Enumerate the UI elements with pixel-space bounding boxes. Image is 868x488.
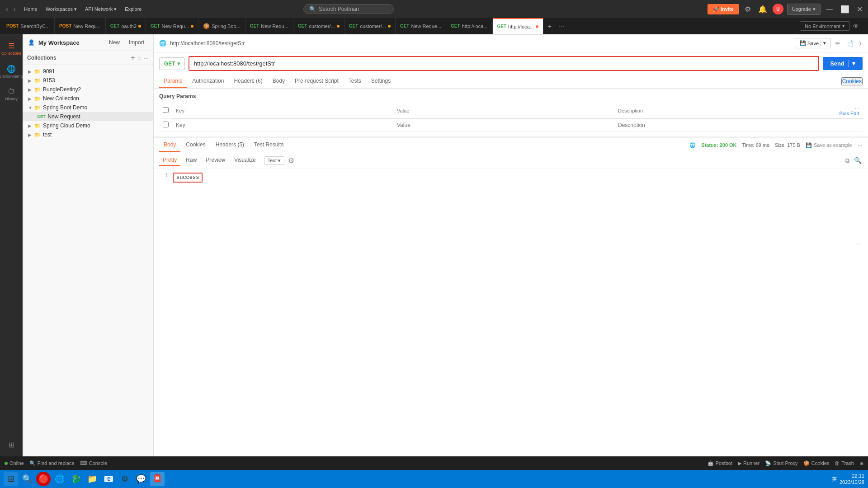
tab-post-newreq[interactable]: POST New Requ... (55, 18, 106, 34)
start-proxy-button[interactable]: 📡 Start Proxy (765, 460, 797, 466)
sidebar-nav-apps[interactable]: ⊞ (1, 437, 22, 453)
app-postman[interactable]: 📮 (150, 472, 165, 486)
save-dropdown-arrow[interactable]: ▾ (820, 40, 826, 46)
tab-get-customer2[interactable]: GET customer/... (344, 18, 396, 34)
tab-post-searchbyc[interactable]: POST SearchByC... (2, 18, 55, 34)
add-tab-button[interactable]: + (545, 22, 554, 31)
req-tab-settings[interactable]: Settings (367, 75, 395, 88)
app-2[interactable]: 🔴 (36, 472, 51, 486)
add-collection-button[interactable]: + (131, 54, 135, 62)
env-settings-button[interactable]: 👁 (850, 21, 862, 31)
req-tab-tests[interactable]: Tests (344, 75, 366, 88)
edit-button[interactable]: ✏ (834, 38, 842, 48)
save-button[interactable]: 💾 Save ▾ (795, 38, 831, 48)
save-example-button[interactable]: 💾 Save as example (806, 142, 852, 148)
body-tab-pretty[interactable]: Pretty (159, 155, 180, 166)
send-button[interactable]: Send ▾ (823, 57, 863, 70)
bulk-edit-button[interactable]: Bulk Edit (840, 111, 859, 116)
filter-collections-button[interactable]: ≡ (138, 55, 142, 61)
tab-get-springboot[interactable]: 🍪 Spring Boo... (198, 18, 245, 34)
req-tab-headers[interactable]: Headers (6) (229, 75, 267, 88)
send-dropdown-arrow[interactable]: ▾ (848, 60, 855, 67)
collection-item-test[interactable]: ▶ 📁 test (23, 130, 153, 139)
req-tab-body[interactable]: Body (268, 75, 289, 88)
response-tab-body[interactable]: Body (159, 138, 180, 152)
tab-get-oauth2[interactable]: GET oauth2 (106, 18, 146, 34)
app-1[interactable]: 🔍 (20, 472, 34, 486)
more-tabs-button[interactable]: ··· (556, 22, 567, 31)
sidebar-nav-history[interactable]: ⏱ History (1, 84, 22, 105)
cookies-link[interactable]: Cookies (841, 77, 863, 85)
docs-button[interactable]: 📄 (844, 38, 855, 48)
body-tab-raw[interactable]: Raw (182, 155, 200, 166)
no-environment-selector[interactable]: No Environment ▾ (800, 21, 850, 31)
home-button[interactable]: Home (20, 5, 41, 14)
response-tab-headers[interactable]: Headers (5) (211, 138, 249, 152)
search-button[interactable]: 🔍 (853, 156, 863, 165)
upgrade-button[interactable]: Upgrade ▾ (787, 4, 821, 15)
collection-item-springbootdemo[interactable]: ▼ 📁 Spring Boot Demo (23, 103, 153, 112)
req-tab-prerequest[interactable]: Pre-request Script (290, 75, 343, 88)
tab-get-newreq2[interactable]: GET New Requ... (245, 18, 293, 34)
format-options-button[interactable]: ⚙ (288, 156, 294, 165)
postbot-button[interactable]: 🤖 Postbot (708, 460, 732, 466)
app-8[interactable]: 💬 (134, 472, 148, 486)
app-7[interactable]: ⚙ (118, 472, 132, 486)
find-replace-button[interactable]: 🔍 Find and replace (29, 460, 75, 466)
response-tab-testresults[interactable]: Test Results (250, 138, 288, 152)
sidebar-nav-collections[interactable]: ☰ Collections (1, 38, 22, 59)
grid-button[interactable]: ⊞ (859, 460, 863, 466)
workspaces-button[interactable]: Workspaces ▾ (42, 5, 80, 14)
body-format-selector[interactable]: Text ▾ (264, 156, 284, 165)
new-button[interactable]: New (105, 38, 123, 47)
collection-item-newcollection[interactable]: ▶ 📁 New Collection (23, 94, 153, 103)
runner-button[interactable]: ▶ Runner (738, 460, 760, 466)
right-panel-button[interactable]: ⟩ (858, 38, 863, 48)
value-input[interactable] (397, 122, 611, 128)
app-6[interactable]: 📧 (101, 472, 116, 486)
console-button[interactable]: ⌨ Console (80, 460, 107, 466)
invite-button[interactable]: 🚀 Invite (708, 4, 739, 14)
settings-button[interactable]: ⚙ (743, 3, 753, 15)
tab-get-localhost2-active[interactable]: GET http://loca... (493, 18, 543, 34)
app-3[interactable]: 🌐 (52, 472, 67, 486)
import-button[interactable]: Import (125, 38, 148, 47)
explore-button[interactable]: Explore (121, 5, 145, 14)
app-5[interactable]: 📁 (85, 472, 99, 486)
key-input[interactable] (176, 122, 390, 128)
row-checkbox[interactable] (163, 122, 169, 127)
cookies-button[interactable]: 🍪 Cookies (803, 460, 830, 466)
body-tab-visualize[interactable]: Visualize (231, 155, 259, 166)
request-item-newrequest[interactable]: GET New Request (23, 112, 153, 121)
restore-button[interactable]: ⬜ (839, 3, 851, 15)
tab-get-newreq1[interactable]: GET New Requ... (146, 18, 198, 34)
online-status[interactable]: Online (5, 460, 24, 466)
description-input[interactable] (618, 122, 832, 128)
trash-button[interactable]: 🗑 Trash (835, 460, 854, 466)
response-tab-cookies[interactable]: Cookies (181, 138, 210, 152)
copy-button[interactable]: ⧉ (844, 156, 850, 165)
close-button[interactable]: ✕ (855, 3, 864, 15)
collection-item-9153[interactable]: ▶ 📁 9153 (23, 76, 153, 85)
sidebar-nav-environments[interactable]: 🌐 Environments (1, 61, 22, 82)
search-bar[interactable]: 🔍 Search Postman (303, 4, 394, 14)
url-input[interactable] (189, 56, 820, 71)
forward-button[interactable]: › (11, 5, 18, 14)
more-collections-button[interactable]: ··· (144, 55, 149, 61)
collection-item-bungiedestiny2[interactable]: ▶ 📁 BungieDestiny2 (23, 85, 153, 94)
minimize-button[interactable]: — (824, 3, 835, 15)
collection-item-9091[interactable]: ▶ 📁 9091 (23, 67, 153, 76)
notifications-button[interactable]: 🔔 (756, 3, 769, 15)
tab-get-newreq3[interactable]: GET New Reque... (396, 18, 446, 34)
req-tab-params[interactable]: Params (159, 75, 187, 88)
collection-item-springclouddemo[interactable]: ▶ 📁 Spring Cloud Demo (23, 121, 153, 130)
params-select-all[interactable] (163, 107, 169, 113)
tab-get-customer1[interactable]: GET customer/... (293, 18, 344, 34)
tab-get-localhost1[interactable]: GET http://loca... (446, 18, 492, 34)
response-more-button[interactable]: ··· (857, 141, 863, 149)
body-tab-preview[interactable]: Preview (202, 155, 229, 166)
app-4[interactable]: 🐉 (69, 472, 83, 486)
req-tab-authorization[interactable]: Authorization (188, 75, 228, 88)
api-network-button[interactable]: API Network ▾ (81, 5, 120, 14)
method-selector[interactable]: GET ▾ (159, 57, 185, 70)
